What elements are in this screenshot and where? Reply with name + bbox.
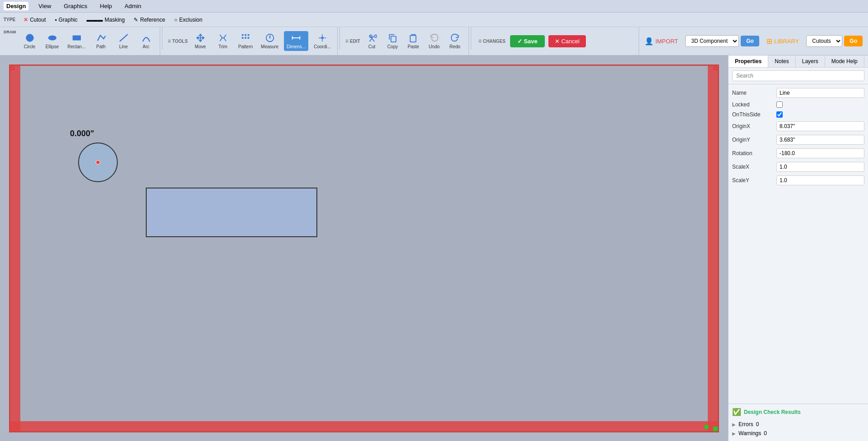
draw-circle-btn[interactable]: Circle <box>20 31 40 51</box>
prop-name-input[interactable] <box>776 88 864 98</box>
menu-help[interactable]: Help <box>97 2 115 10</box>
svg-rect-10 <box>248 37 250 39</box>
cut-icon <box>367 33 377 43</box>
exclusion-icon: ○ <box>174 17 177 23</box>
tool-pattern-btn[interactable]: Pattern <box>236 31 255 51</box>
trim-icon <box>218 33 228 43</box>
draw-section: DRAW Circle Ellipse Rectan... <box>0 27 160 55</box>
draw-ellipse-btn[interactable]: Ellipse <box>42 31 62 51</box>
prop-locked-checkbox[interactable] <box>776 101 783 108</box>
library-btn[interactable]: ⊞ LIBRARY <box>766 37 799 46</box>
green-dot-bottom <box>704 425 709 429</box>
type-masking[interactable]: ▬▬▬ Masking <box>83 16 129 24</box>
canvas-rectangle[interactable] <box>146 188 317 237</box>
path-label: Path <box>96 44 106 49</box>
prop-scaley-input[interactable] <box>776 175 864 185</box>
tool-dimension-btn[interactable]: Dimens... <box>284 31 308 51</box>
prop-onthisside-checkbox[interactable] <box>776 111 783 118</box>
edit-copy-btn[interactable]: Copy <box>383 31 403 51</box>
canvas-circle[interactable]: 0.000" <box>78 142 118 182</box>
main-toolbar: DRAW Circle Ellipse Rectan... <box>0 27 868 55</box>
prop-rotation-label: Rotation <box>732 150 773 156</box>
prop-scalex-input[interactable] <box>776 162 864 172</box>
errors-arrow-icon: ▶ <box>732 422 736 427</box>
svg-line-3 <box>120 35 127 41</box>
import-go-btn[interactable]: Go <box>741 36 759 46</box>
tool-coordinate-btn[interactable]: Coordi... <box>311 31 334 51</box>
tool-trim-btn[interactable]: Trim <box>213 31 233 51</box>
type-exclusion[interactable]: ○ Exclusion <box>171 16 206 24</box>
tab-notes[interactable]: Notes <box>768 55 795 67</box>
exclusion-label: Exclusion <box>179 17 202 23</box>
paste-label: Paste <box>408 44 419 49</box>
move-label: Move <box>195 44 206 49</box>
draw-line-btn[interactable]: Line <box>114 31 134 51</box>
svg-point-1 <box>48 36 56 41</box>
cancel-button[interactable]: ✕ Cancel <box>548 35 586 47</box>
tab-layers[interactable]: Layers <box>796 55 825 67</box>
tab-mode-help[interactable]: Mode Help <box>825 55 864 67</box>
edit-redo-btn[interactable]: Redo <box>445 31 465 51</box>
type-graphic[interactable]: ▪ Graphic <box>51 16 81 24</box>
design-check-label: Design Check Results <box>744 409 801 415</box>
tool-move-btn[interactable]: Move <box>190 31 210 51</box>
type-label: TYPE <box>4 17 15 22</box>
draw-arc-btn[interactable]: Arc <box>136 31 156 51</box>
menu-graphics[interactable]: Graphics <box>61 2 90 10</box>
edit-paste-btn[interactable]: Paste <box>404 31 423 51</box>
menu-admin[interactable]: Admin <box>122 2 144 10</box>
prop-originx-input[interactable] <box>776 121 864 131</box>
library-dropdown[interactable]: Cutouts <box>806 35 842 47</box>
type-cutout[interactable]: ✕ Cutout <box>20 16 49 24</box>
undo-icon <box>429 33 439 43</box>
changes-label: CHANGES <box>478 38 506 44</box>
prop-originy-input[interactable] <box>776 135 864 145</box>
draw-path-btn[interactable]: Path <box>91 31 111 51</box>
board: 0.000" <box>9 64 719 432</box>
rect-label: Rectan... <box>68 44 86 49</box>
panel-search-input[interactable] <box>732 70 864 81</box>
corner-tr <box>713 66 718 70</box>
library-dropdown-group: Cutouts Go <box>806 35 863 47</box>
import-dropdown[interactable]: 3D Component <box>685 35 739 47</box>
type-reference[interactable]: ✎ Reference <box>130 16 168 24</box>
copy-icon <box>388 33 398 43</box>
reference-label: Reference <box>140 17 165 23</box>
graphic-icon: ▪ <box>55 17 56 23</box>
prop-scaley-row: ScaleY <box>732 175 864 185</box>
graphic-label: Graphic <box>59 17 78 23</box>
canvas-area[interactable]: 0.000" <box>0 55 728 441</box>
svg-rect-2 <box>72 36 80 41</box>
redo-icon <box>450 33 460 43</box>
measure-icon <box>265 33 275 43</box>
circle-center-dot <box>96 160 100 165</box>
prop-rotation-input[interactable] <box>776 148 864 158</box>
menu-design[interactable]: Design <box>4 2 28 10</box>
red-right-border <box>708 66 718 431</box>
masking-icon: ▬▬▬ <box>87 17 103 23</box>
tab-properties[interactable]: Properties <box>729 55 768 67</box>
warnings-item[interactable]: ▶ Warnings 0 <box>732 429 864 438</box>
right-panel: Properties Notes Layers Mode Help Name L… <box>728 55 868 441</box>
edit-cut-btn[interactable]: Cut <box>362 31 382 51</box>
save-button[interactable]: ✓ Save <box>510 35 545 47</box>
redo-label: Redo <box>450 44 460 49</box>
import-btn[interactable]: 👤 IMPORT <box>645 37 678 46</box>
draw-rect-btn[interactable]: Rectan... <box>65 31 88 51</box>
design-check-section: ✅ Design Check Results ▶ Errors 0 ▶ Warn… <box>729 404 868 441</box>
toolbar-divider-2 <box>339 27 340 50</box>
edit-undo-btn[interactable]: Undo <box>424 31 444 51</box>
pattern-icon <box>241 33 251 43</box>
menu-view[interactable]: View <box>36 2 54 10</box>
library-go-btn[interactable]: Go <box>844 36 863 46</box>
tool-measure-btn[interactable]: Measure <box>258 31 281 51</box>
import-dropdown-group: 3D Component Go <box>685 35 759 47</box>
errors-item[interactable]: ▶ Errors 0 <box>732 420 864 429</box>
ellipse-icon <box>47 33 57 43</box>
type-row: TYPE ✕ Cutout ▪ Graphic ▬▬▬ Masking ✎ Re… <box>0 13 868 27</box>
prop-locked-row: Locked <box>732 101 864 108</box>
corner-bl <box>10 427 15 431</box>
rect-icon <box>72 33 82 43</box>
copy-label: Copy <box>387 44 398 49</box>
edit-section: EDIT Cut Copy Paste Undo Redo <box>342 27 469 55</box>
